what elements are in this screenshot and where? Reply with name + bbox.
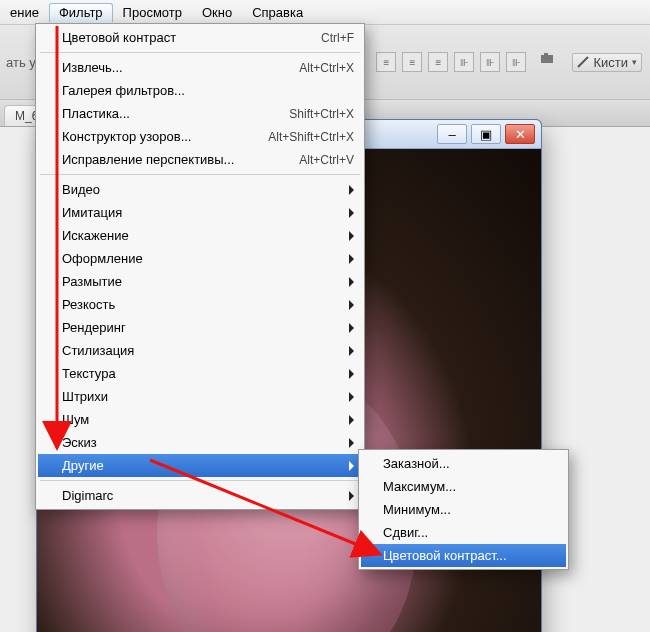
menu-digimarc[interactable]: Digimarc: [38, 484, 362, 507]
submenu-custom[interactable]: Заказной...: [361, 452, 566, 475]
menu-group-video[interactable]: Видео: [38, 178, 362, 201]
filter-menu: Цветовой контраст Ctrl+F Извлечь... Alt+…: [35, 23, 365, 510]
align-icon[interactable]: ≡: [428, 52, 448, 72]
menu-item-help[interactable]: Справка: [242, 3, 313, 22]
minimize-button[interactable]: –: [437, 124, 467, 144]
submenu-maximum[interactable]: Максимум...: [361, 475, 566, 498]
menu-item-filter[interactable]: Фильтр: [49, 3, 113, 22]
chevron-right-icon: [349, 461, 354, 471]
chevron-right-icon: [349, 277, 354, 287]
brushes-dropdown[interactable]: Кисти ▾: [572, 53, 642, 72]
submenu-high-pass[interactable]: Цветовой контраст...: [361, 544, 566, 567]
menubar: ение Фильтр Просмотр Окно Справка: [0, 0, 650, 25]
menu-group-noise[interactable]: Шум: [38, 408, 362, 431]
menu-pattern-maker[interactable]: Конструктор узоров... Alt+Shift+Ctrl+X: [38, 125, 362, 148]
menu-separator: [40, 480, 360, 481]
menu-separator: [40, 174, 360, 175]
menu-item-window[interactable]: Окно: [192, 3, 242, 22]
chevron-right-icon: [349, 369, 354, 379]
chevron-right-icon: [349, 323, 354, 333]
distribute-icon[interactable]: ⊪: [454, 52, 474, 72]
menu-group-pixelate[interactable]: Оформление: [38, 247, 362, 270]
menu-liquify[interactable]: Пластика... Shift+Ctrl+X: [38, 102, 362, 125]
maximize-button[interactable]: ▣: [471, 124, 501, 144]
menu-vanishing-point[interactable]: Исправление перспективы... Alt+Ctrl+V: [38, 148, 362, 171]
chevron-right-icon: [349, 208, 354, 218]
chevron-right-icon: [349, 300, 354, 310]
svg-rect-0: [541, 55, 553, 63]
menu-item-edit-fragment[interactable]: ение: [0, 3, 49, 22]
chevron-right-icon: [349, 185, 354, 195]
distribute-icon[interactable]: ⊪: [480, 52, 500, 72]
menu-last-filter[interactable]: Цветовой контраст Ctrl+F: [38, 26, 362, 49]
submenu-offset[interactable]: Сдвиг...: [361, 521, 566, 544]
brush-icon: [577, 56, 589, 68]
svg-rect-1: [544, 53, 548, 56]
chevron-right-icon: [349, 231, 354, 241]
menu-filter-gallery[interactable]: Галерея фильтров...: [38, 79, 362, 102]
close-button[interactable]: ✕: [505, 124, 535, 144]
menu-group-sketch[interactable]: Эскиз: [38, 431, 362, 454]
brushes-label: Кисти: [593, 55, 628, 70]
chevron-right-icon: [349, 491, 354, 501]
menu-group-artistic[interactable]: Имитация: [38, 201, 362, 224]
menu-group-stylize[interactable]: Стилизация: [38, 339, 362, 362]
chevron-right-icon: [349, 392, 354, 402]
align-icon[interactable]: ≡: [402, 52, 422, 72]
submenu-minimum[interactable]: Минимум...: [361, 498, 566, 521]
menu-group-brushstrokes[interactable]: Штрихи: [38, 385, 362, 408]
menu-extract[interactable]: Извлечь... Alt+Ctrl+X: [38, 56, 362, 79]
chevron-right-icon: [349, 346, 354, 356]
chevron-right-icon: [349, 254, 354, 264]
align-icon[interactable]: ≡: [376, 52, 396, 72]
chevron-down-icon: ▾: [632, 57, 637, 67]
distribute-icon[interactable]: ⊪: [506, 52, 526, 72]
menu-group-distort[interactable]: Искажение: [38, 224, 362, 247]
chevron-right-icon: [349, 438, 354, 448]
menu-group-render[interactable]: Рендеринг: [38, 316, 362, 339]
menu-separator: [40, 52, 360, 53]
filter-other-submenu: Заказной... Максимум... Минимум... Сдвиг…: [358, 449, 569, 570]
menu-group-sharpen[interactable]: Резкость: [38, 293, 362, 316]
camera-icon[interactable]: [540, 51, 562, 73]
menu-group-blur[interactable]: Размытие: [38, 270, 362, 293]
chevron-right-icon: [349, 415, 354, 425]
toolbar-icons-group: ≡ ≡ ≡ ⊪ ⊪ ⊪: [376, 52, 526, 72]
menu-group-other[interactable]: Другие: [38, 454, 362, 477]
menu-group-texture[interactable]: Текстура: [38, 362, 362, 385]
menu-item-view[interactable]: Просмотр: [113, 3, 192, 22]
